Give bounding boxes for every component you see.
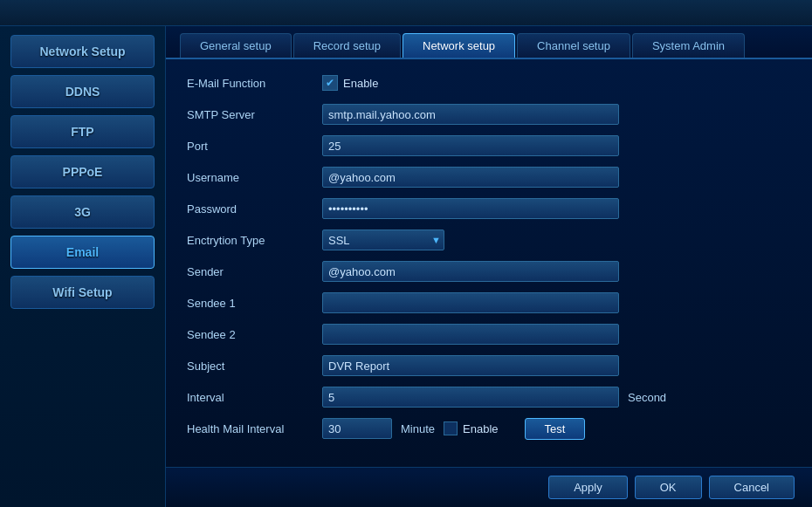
health-mail-interval-row: Health Mail Interval Minute Enable Test: [187, 417, 791, 440]
password-label: Password: [187, 202, 322, 216]
subject-input[interactable]: [322, 355, 619, 376]
sidebar-item-pppoe[interactable]: PPPoE: [10, 155, 155, 188]
health-enable-checkbox[interactable]: [444, 421, 458, 435]
port-input[interactable]: [322, 135, 619, 156]
tab-system-admin[interactable]: System Admin: [632, 33, 745, 58]
sender-label: Sender: [187, 265, 322, 278]
sendee2-label: Sendee 2: [187, 328, 322, 341]
email-function-label: E-Mail Function: [187, 77, 322, 90]
password-input[interactable]: [322, 198, 619, 219]
top-bar: [0, 0, 812, 26]
subject-label: Subject: [187, 360, 322, 373]
email-enable-label: Enable: [343, 77, 378, 90]
form-area: E-Mail Function Enable SMTP Server Port …: [166, 58, 812, 467]
sendee1-row: Sendee 1: [187, 291, 791, 314]
bottom-bar: Apply OK Cancel: [166, 467, 812, 507]
interval-unit: Second: [628, 391, 666, 404]
sidebar: Network SetupDDNSFTPPPPoE3GEmailWifi Set…: [0, 26, 166, 507]
health-enable-wrap: Enable: [444, 421, 498, 435]
smtp-server-row: SMTP Server: [187, 103, 791, 126]
tab-record-setup[interactable]: Record setup: [293, 33, 401, 58]
encryption-row: Enctrytion Type SSL TLS None ▼: [187, 229, 791, 251]
sidebar-item-wifi-setup[interactable]: Wifi Setup: [10, 276, 155, 309]
main-container: Network SetupDDNSFTPPPPoE3GEmailWifi Set…: [0, 26, 812, 507]
encryption-select-wrap: SSL TLS None ▼: [322, 230, 444, 250]
username-row: Username: [187, 166, 791, 188]
tab-general-setup[interactable]: General setup: [180, 33, 292, 58]
tab-network-setup[interactable]: Network setup: [403, 33, 515, 58]
test-button[interactable]: Test: [525, 418, 586, 440]
sidebar-item-network-setup[interactable]: Network Setup: [10, 35, 155, 68]
sendee2-input[interactable]: [322, 324, 619, 345]
apply-button[interactable]: Apply: [548, 476, 628, 499]
interval-label: Interval: [187, 391, 322, 404]
sendee2-row: Sendee 2: [187, 323, 791, 346]
smtp-server-label: SMTP Server: [187, 108, 322, 121]
sendee1-input[interactable]: [322, 292, 619, 313]
email-function-row: E-Mail Function Enable: [187, 72, 791, 94]
email-enable-row: Enable: [322, 75, 378, 91]
sender-input[interactable]: [322, 261, 619, 282]
sidebar-item-ddns[interactable]: DDNS: [10, 75, 155, 108]
encryption-select[interactable]: SSL TLS None: [322, 230, 444, 250]
sender-row: Sender: [187, 260, 791, 283]
encryption-label: Enctrytion Type: [187, 234, 322, 247]
health-mail-interval-input[interactable]: [322, 418, 392, 439]
sidebar-item-3g[interactable]: 3G: [10, 195, 155, 229]
password-row: Password: [187, 197, 791, 220]
port-label: Port: [187, 140, 322, 153]
username-input[interactable]: [322, 167, 619, 188]
ok-button[interactable]: OK: [635, 476, 702, 499]
email-enable-checkbox[interactable]: [322, 75, 338, 91]
tab-bar: General setupRecord setupNetwork setupCh…: [166, 26, 812, 58]
interval-row: Interval Second: [187, 386, 791, 408]
subject-row: Subject: [187, 354, 791, 377]
health-enable-label: Enable: [463, 422, 498, 435]
smtp-server-input[interactable]: [322, 104, 619, 125]
cancel-button[interactable]: Cancel: [709, 476, 795, 499]
port-row: Port: [187, 134, 791, 157]
interval-input[interactable]: [322, 387, 619, 408]
health-mail-interval-label: Health Mail Interval: [187, 422, 322, 435]
content-area: General setupRecord setupNetwork setupCh…: [166, 26, 812, 507]
tab-channel-setup[interactable]: Channel setup: [517, 33, 630, 58]
health-mail-interval-unit: Minute: [401, 422, 435, 435]
sidebar-item-email[interactable]: Email: [10, 236, 155, 269]
username-label: Username: [187, 171, 322, 184]
sendee1-label: Sendee 1: [187, 297, 322, 310]
sidebar-item-ftp[interactable]: FTP: [10, 115, 155, 148]
